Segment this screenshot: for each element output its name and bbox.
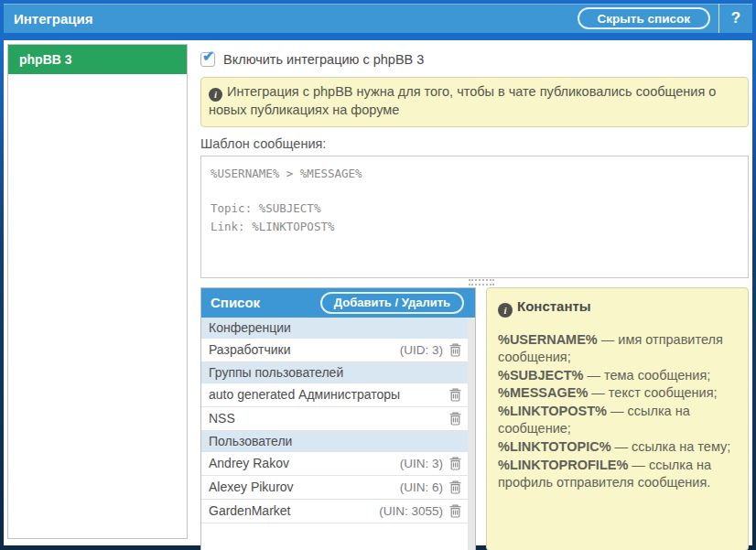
list-item-label: auto generated Администраторы — [209, 387, 443, 402]
list-item-id: (UIN: 3) — [400, 457, 443, 470]
list-item: auto generated Администраторы — [201, 383, 475, 407]
list-panel: Список Добавить / Удалить Конференции Ра… — [200, 287, 476, 550]
window-body: phpBB 3 ✔ Включить интеграцию с phpBB 3 … — [4, 40, 752, 545]
trash-icon — [448, 387, 462, 402]
delete-item-button[interactable] — [448, 456, 462, 470]
list-item-id: (UID: 3) — [400, 343, 443, 357]
list-item: Разработчики (UID: 3) — [201, 339, 475, 362]
constant-key: %USERNAME% — [498, 332, 598, 347]
constant-entry: %LINKTOPOST% — ссылка на сообщение; — [498, 403, 737, 438]
integration-info-note: iИнтеграция с phpBB нужна для того, чтоб… — [200, 77, 749, 127]
list-rows: Конференции Разработчики (UID: 3) Группы… — [201, 318, 475, 523]
list-item-label: NSS — [209, 411, 443, 426]
delete-item-button[interactable] — [448, 342, 462, 357]
message-template-input[interactable]: %USERNAME% > %MESSAGE% Topic: %SUBJECT% … — [200, 156, 749, 278]
enable-integration-row: ✔ Включить интеграцию с phpBB 3 — [200, 52, 749, 67]
add-remove-button[interactable]: Добавить / Удалить — [320, 292, 464, 314]
list-item-label: GardenMarket — [209, 503, 379, 518]
list-panel-title: Список — [211, 295, 260, 310]
hide-list-button[interactable]: Скрыть список — [578, 7, 710, 29]
list-panel-header: Список Добавить / Удалить — [201, 288, 475, 318]
list-section-conferences: Конференции — [201, 318, 475, 339]
constant-key: %LINKTOPOST% — [498, 404, 607, 418]
trash-icon — [448, 480, 462, 494]
constant-key: %LINKTOPROFILE% — [498, 458, 628, 472]
panel-resize-handle[interactable] — [469, 279, 494, 286]
sidebar-item-phpbb3[interactable]: phpBB 3 — [8, 45, 187, 74]
constant-entry: %LINKTOPROFILE% — ссылка на профиль отпр… — [498, 457, 737, 492]
delete-item-button[interactable] — [448, 503, 462, 518]
page-title: Интеграция — [4, 11, 578, 27]
constants-title-text: Константы — [517, 298, 591, 314]
template-label: Шаблон сообщения: — [200, 136, 749, 151]
trash-icon — [448, 503, 462, 518]
list-section-groups: Группы пользователей — [201, 362, 475, 383]
main-content: ✔ Включить интеграцию с phpBB 3 iИнтегра… — [194, 44, 749, 542]
constant-entry: %MESSAGE% — текст сообщения; — [498, 384, 737, 403]
delete-item-button[interactable] — [448, 387, 462, 402]
integration-window: Интеграция Скрыть список ? phpBB 3 ✔ Вкл… — [0, 0, 756, 550]
constant-desc: — тема сообщения; — [588, 368, 711, 383]
list-item-label: Разработчики — [209, 342, 400, 357]
constants-panel: iКонстанты %USERNAME% — имя отправителя … — [486, 287, 749, 550]
list-scrollbar[interactable] — [468, 318, 475, 550]
constant-key: %MESSAGE% — [498, 385, 588, 400]
list-item-label: Andrey Rakov — [209, 456, 400, 470]
trash-icon — [448, 411, 462, 426]
trash-icon — [448, 456, 462, 470]
delete-item-button[interactable] — [448, 480, 462, 494]
enable-integration-checkbox[interactable]: ✔ — [200, 52, 215, 67]
sidebar: phpBB 3 — [7, 44, 188, 539]
list-item: Andrey Rakov (UIN: 3) — [201, 452, 475, 476]
trash-icon — [448, 342, 462, 357]
list-item: GardenMarket (UIN: 3055) — [201, 500, 475, 523]
info-icon: i — [209, 88, 222, 102]
enable-integration-label[interactable]: Включить интеграцию с phpBB 3 — [223, 52, 424, 67]
list-item-label: Alexey Pikurov — [209, 480, 400, 494]
constant-entry: %LINKTOTOPIC% — ссылка на тему; — [498, 438, 737, 457]
list-item: Alexey Pikurov (UIN: 6) — [201, 476, 475, 500]
titlebar: Интеграция Скрыть список ? — [4, 4, 752, 33]
list-item-id: (UIN: 3055) — [379, 504, 443, 518]
constant-key: %SUBJECT% — [498, 368, 583, 383]
info-icon: i — [498, 303, 513, 318]
constant-entry: %USERNAME% — имя отправителя сообщения; — [498, 331, 737, 367]
constant-desc: — ссылка на тему; — [615, 439, 731, 454]
list-section-users: Пользователи — [201, 431, 475, 452]
list-item-id: (UIN: 6) — [400, 480, 443, 494]
constant-key: %LINKTOTOPIC% — [498, 439, 611, 454]
constant-desc: — текст сообщения; — [591, 385, 717, 400]
bottom-row: Список Добавить / Удалить Конференции Ра… — [200, 287, 749, 550]
delete-item-button[interactable] — [448, 411, 462, 426]
checkmark-icon: ✔ — [202, 48, 214, 65]
help-button[interactable]: ? — [719, 4, 752, 33]
list-item: NSS — [201, 407, 475, 431]
constants-title: iКонстанты — [498, 298, 737, 318]
info-note-text: Интеграция с phpBB нужна для того, чтобы… — [209, 84, 716, 117]
constant-entry: %SUBJECT% — тема сообщения; — [498, 367, 737, 385]
